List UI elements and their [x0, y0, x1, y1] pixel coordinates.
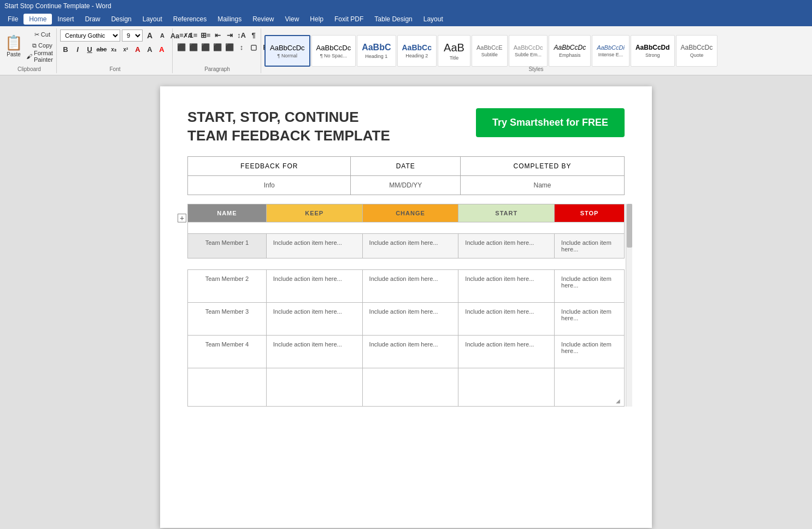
menu-foxit[interactable]: Foxit PDF: [329, 14, 369, 25]
cut-button[interactable]: ✂ Cut: [24, 30, 61, 39]
page-area: START, STOP, CONTINUE TEAM FEEDBACK TEMP…: [0, 75, 812, 529]
style-subtle-em-label: Subtle Em...: [515, 52, 542, 57]
cell-change-5[interactable]: [362, 368, 458, 406]
bullets-button[interactable]: ≡: [176, 30, 187, 40]
table-add-button[interactable]: +: [178, 214, 186, 222]
menu-help[interactable]: Help: [304, 14, 329, 25]
cell-name-3[interactable]: Team Member 3: [188, 302, 267, 335]
menu-home[interactable]: Home: [23, 14, 52, 25]
superscript-button[interactable]: x²: [120, 44, 131, 55]
style-heading1[interactable]: AaBbC Heading 1: [357, 35, 396, 67]
cell-keep-4[interactable]: Include action item here...: [266, 335, 362, 368]
menu-layout2[interactable]: Layout: [418, 14, 449, 25]
shading-button[interactable]: ▢: [248, 42, 259, 52]
scrollbar-thumb[interactable]: [627, 204, 632, 248]
justify-button[interactable]: ⬛: [212, 42, 223, 52]
scrollbar[interactable]: [626, 204, 632, 407]
cell-stop-4[interactable]: Include action item here...: [555, 335, 625, 368]
resize-handle[interactable]: ◢: [616, 398, 623, 405]
strikethrough-button[interactable]: abc: [96, 44, 107, 55]
style-no-spacing[interactable]: AaBbCcDc ¶ No Spac...: [311, 35, 356, 67]
font-color-button[interactable]: A: [132, 44, 143, 55]
style-quote[interactable]: AaBbCcDc Quote: [676, 35, 718, 67]
info-value-feedback-for[interactable]: Info: [188, 175, 351, 195]
style-intense-em-preview: AaBbCcDi: [597, 44, 625, 51]
cell-name-4[interactable]: Team Member 4: [188, 335, 267, 368]
menu-draw[interactable]: Draw: [79, 14, 105, 25]
font-grow-button[interactable]: A: [144, 30, 155, 41]
underline-button[interactable]: U: [84, 44, 95, 55]
style-heading2[interactable]: AaBbCc Heading 2: [397, 35, 437, 67]
numbering-button[interactable]: 1≡: [188, 30, 199, 40]
text-color-button[interactable]: A: [156, 44, 167, 55]
line-spacing-button[interactable]: ↕: [236, 42, 247, 52]
style-no-spacing-label: ¶ No Spac...: [320, 53, 347, 58]
cell-start-3[interactable]: Include action item here...: [458, 302, 555, 335]
italic-button[interactable]: I: [72, 44, 83, 55]
menu-table-design[interactable]: Table Design: [369, 14, 417, 25]
columns-button[interactable]: ⬛: [224, 42, 235, 52]
smartsheet-cta-button[interactable]: Try Smartsheet for FREE: [476, 108, 625, 137]
cell-keep-1[interactable]: Include action item here...: [266, 233, 362, 258]
align-left-button[interactable]: ⬛: [176, 42, 187, 52]
cell-stop-2[interactable]: Include action item here...: [555, 269, 625, 302]
format-painter-button[interactable]: 🖌 Format Painter: [24, 51, 61, 61]
sort-button[interactable]: ↕A: [236, 30, 247, 40]
cell-stop-1[interactable]: Include action item here...: [555, 233, 625, 258]
styles-group: AaBbCcDc ¶ Normal AaBbCcDc ¶ No Spac... …: [262, 28, 810, 73]
menu-insert[interactable]: Insert: [52, 14, 79, 25]
copy-button[interactable]: ⧉ Copy: [24, 40, 61, 50]
style-subtitle-label: Subtitle: [481, 52, 498, 57]
cell-change-2[interactable]: Include action item here...: [362, 269, 458, 302]
highlight-button[interactable]: A: [144, 44, 155, 55]
paragraph-group: ≡ 1≡ ⊞≡ ⇤ ⇥ ↕A ¶ ⬛ ⬛ ⬛ ⬛ ⬛ ↕ ▢ ⊞ Paragra…: [174, 28, 261, 73]
cell-keep-3[interactable]: Include action item here...: [266, 302, 362, 335]
cell-keep-5[interactable]: [266, 368, 362, 406]
multilevel-button[interactable]: ⊞≡: [200, 30, 211, 40]
cell-change-3[interactable]: Include action item here...: [362, 302, 458, 335]
menu-layout[interactable]: Layout: [137, 14, 168, 25]
menu-review[interactable]: Review: [247, 14, 279, 25]
style-subtle-em[interactable]: AaBbCcDc Subtle Em...: [509, 35, 548, 67]
increase-indent-button[interactable]: ⇥: [224, 30, 235, 40]
show-marks-button[interactable]: ¶: [248, 30, 259, 40]
cell-start-5[interactable]: [458, 368, 555, 406]
cell-start-4[interactable]: Include action item here...: [458, 335, 555, 368]
cell-name-5[interactable]: [188, 368, 267, 406]
cell-stop-3[interactable]: Include action item here...: [555, 302, 625, 335]
paste-button[interactable]: 📋 Paste: [4, 30, 23, 62]
cell-start-1[interactable]: Include action item here...: [458, 233, 555, 258]
info-value-completed-by[interactable]: Name: [461, 175, 625, 195]
style-heading2-label: Heading 2: [405, 53, 428, 58]
info-value-date[interactable]: MM/DD/YY: [351, 175, 461, 195]
align-right-button[interactable]: ⬛: [200, 42, 211, 52]
font-family-select[interactable]: Century Gothic: [60, 30, 120, 42]
menu-mailings[interactable]: Mailings: [212, 14, 247, 25]
style-intense-em[interactable]: AaBbCcDi Intense E...: [592, 35, 629, 67]
decrease-indent-button[interactable]: ⇤: [212, 30, 223, 40]
cell-change-4[interactable]: Include action item here...: [362, 335, 458, 368]
spacer-row-1: [188, 258, 625, 269]
cell-start-2[interactable]: Include action item here...: [458, 269, 555, 302]
menu-file[interactable]: File: [2, 14, 23, 25]
font-size-select[interactable]: 9: [122, 30, 143, 42]
menu-references[interactable]: References: [168, 14, 212, 25]
cell-stop-5[interactable]: [555, 368, 625, 406]
style-title-label: Title: [450, 55, 459, 61]
align-center-button[interactable]: ⬛: [188, 42, 199, 52]
style-normal[interactable]: AaBbCcDc ¶ Normal: [264, 35, 310, 67]
menu-design[interactable]: Design: [105, 14, 137, 25]
style-emphasis[interactable]: AaBbCcDc Emphasis: [549, 35, 591, 67]
bold-button[interactable]: B: [60, 44, 71, 55]
cell-change-1[interactable]: Include action item here...: [362, 233, 458, 258]
menu-view[interactable]: View: [280, 14, 305, 25]
style-title[interactable]: AaB Title: [438, 35, 470, 67]
cell-keep-2[interactable]: Include action item here...: [266, 269, 362, 302]
subscript-button[interactable]: x₂: [108, 44, 119, 55]
style-strong[interactable]: AaBbCcDd Strong: [631, 35, 675, 67]
cell-name-2[interactable]: Team Member 2: [188, 269, 267, 302]
style-subtitle[interactable]: AaBbCcE Subtitle: [472, 35, 508, 67]
style-emphasis-label: Emphasis: [559, 52, 581, 58]
font-shrink-button[interactable]: A: [157, 30, 168, 41]
cell-name-1[interactable]: Team Member 1: [188, 233, 267, 258]
